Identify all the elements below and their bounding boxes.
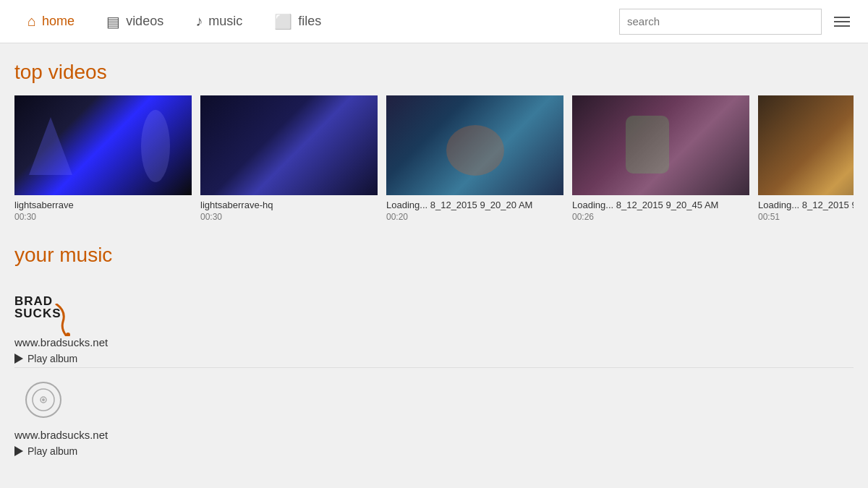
music-url: www.bradsucks.net [14, 429, 854, 441]
video-duration: 00:51 [758, 212, 854, 222]
album-art-disc [22, 378, 65, 421]
home-icon: ⌂ [27, 13, 36, 30]
play-icon [14, 446, 23, 456]
video-title: Loading... 8_12_2015 9_25_22 A [758, 200, 854, 210]
video-thumbnail [386, 95, 563, 195]
video-info: Loading... 8_12_2015 9_20_45 AM 00:26 [572, 195, 749, 223]
nav-videos[interactable]: ▤ videos [90, 0, 179, 43]
nav-music[interactable]: ♪ music [179, 0, 258, 43]
main-content: top videos lightsaberrave 00:30 lightsab… [0, 43, 868, 457]
music-url: www.bradsucks.net [14, 336, 854, 348]
video-info: lightsaberrave 00:30 [14, 195, 192, 223]
video-thumbnail [200, 95, 378, 195]
album-art-container [14, 371, 72, 429]
video-duration: 00:30 [200, 212, 378, 222]
video-card[interactable]: Loading... 8_12_2015 9_20_45 AM 00:26 [572, 95, 749, 223]
music-list: BRAD SUCKS www.bradsucks.net Play album [14, 278, 854, 457]
music-icon: ♪ [195, 13, 203, 30]
play-album-label: Play album [27, 353, 77, 364]
play-album-button[interactable]: Play album [14, 445, 854, 457]
music-item: www.bradsucks.net Play album [14, 371, 854, 457]
video-card[interactable]: Loading... 8_12_2015 9_20_20 AM 00:20 [386, 95, 563, 223]
nav-files-label: files [298, 14, 321, 29]
music-item: BRAD SUCKS www.bradsucks.net Play album [14, 278, 854, 364]
search-area [619, 9, 856, 35]
nav-files[interactable]: ⬜ files [258, 0, 337, 43]
video-duration: 00:20 [386, 212, 563, 222]
hamburger-icon [834, 17, 850, 27]
video-title: Loading... 8_12_2015 9_20_20 AM [386, 200, 560, 210]
video-info: Loading... 8_12_2015 9_20_20 AM 00:20 [386, 195, 563, 223]
top-videos-title: top videos [14, 61, 854, 84]
menu-button[interactable] [827, 9, 856, 35]
play-album-label: Play album [27, 445, 77, 457]
video-info: Loading... 8_12_2015 9_25_22 A 00:51 [758, 195, 854, 223]
album-art-logo: BRAD SUCKS [14, 278, 72, 336]
nav-home[interactable]: ⌂ home [12, 0, 90, 43]
video-title: Loading... 8_12_2015 9_20_45 AM [572, 200, 746, 210]
video-card[interactable]: lightsaberrave 00:30 [14, 95, 192, 223]
video-title: lightsaberrave-hq [200, 200, 374, 210]
play-icon [14, 354, 23, 364]
music-section: your music BRAD SUCKS www. [14, 244, 854, 457]
brad-sucks-tail-icon [52, 304, 74, 336]
video-thumbnail [572, 95, 749, 195]
video-thumbnail [758, 95, 854, 195]
nav-bar: ⌂ home ▤ videos ♪ music ⬜ files [0, 0, 868, 43]
nav-home-label: home [42, 14, 75, 29]
video-duration: 00:30 [14, 212, 192, 222]
video-card[interactable]: lightsaberrave-hq 00:30 [200, 95, 378, 223]
svg-point-4 [42, 398, 45, 401]
music-info: www.bradsucks.net Play album [14, 336, 854, 364]
video-card[interactable]: Loading... 8_12_2015 9_25_22 A 00:51 [758, 95, 854, 223]
video-title: lightsaberrave [14, 200, 188, 210]
video-grid: lightsaberrave 00:30 lightsaberrave-hq 0… [14, 95, 854, 223]
your-music-title: your music [14, 244, 854, 267]
disc-icon [25, 381, 62, 419]
video-duration: 00:26 [572, 212, 749, 222]
svg-point-0 [66, 333, 70, 336]
album-art-container: BRAD SUCKS [14, 278, 72, 336]
videos-icon: ▤ [106, 13, 120, 30]
video-thumbnail [14, 95, 192, 195]
nav-videos-label: videos [126, 14, 163, 29]
video-info: lightsaberrave-hq 00:30 [200, 195, 378, 223]
search-input[interactable] [619, 9, 822, 35]
nav-music-label: music [208, 14, 242, 29]
play-album-button[interactable]: Play album [14, 353, 854, 364]
files-icon: ⬜ [274, 13, 292, 30]
music-divider [14, 367, 854, 368]
music-info: www.bradsucks.net Play album [14, 429, 854, 457]
